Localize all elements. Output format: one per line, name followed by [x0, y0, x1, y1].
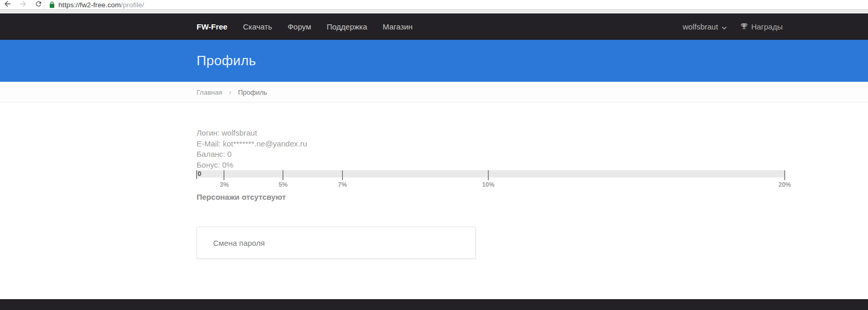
navbar-user-area: wolfsbraut Награды [683, 13, 783, 40]
tick-label: 20% [779, 181, 791, 188]
bonus-value: 0% [222, 160, 233, 169]
tick-line [342, 170, 343, 180]
nav-link-shop[interactable]: Магазин [383, 22, 413, 31]
breadcrumb-home-link[interactable]: Главная [197, 88, 222, 96]
profile-balance-line: Баланс:0 [197, 149, 307, 160]
tick-line [196, 170, 197, 179]
site-navbar: FW-Free Скачать Форум Поддержка Магазин … [0, 13, 868, 40]
tick-label: 3% [220, 181, 229, 188]
profile-bonus-line: Бонус:0% [197, 160, 307, 171]
balance-value: 0 [227, 150, 231, 158]
page-header-band: Профиль [0, 40, 868, 82]
browser-forward-button[interactable] [17, 0, 29, 9]
nav-brand-fw-free[interactable]: FW-Free [197, 22, 228, 31]
nav-link-support[interactable]: Поддержка [327, 22, 367, 31]
tick-line [223, 170, 225, 180]
email-value: kot*******.ne@yandex.ru [223, 139, 307, 148]
profile-email-line: E-Mail:kot*******.ne@yandex.ru [197, 139, 307, 150]
breadcrumb: Главная › Профиль [197, 82, 267, 102]
breadcrumb-current: Профиль [238, 88, 267, 96]
url-text: https://fw2-free.com/profile/ [58, 1, 144, 9]
chevron-down-icon [722, 22, 727, 31]
change-password-label: Смена пароля [213, 239, 265, 247]
page-footer [0, 299, 868, 310]
login-label: Логин: [197, 128, 220, 137]
browser-back-button[interactable] [1, 0, 13, 9]
email-label: E-Mail: [197, 139, 221, 148]
navbar-links: FW-Free Скачать Форум Поддержка Магазин [197, 13, 413, 40]
username-label: wolfsbraut [683, 22, 718, 31]
url-path: /profile/ [121, 1, 144, 9]
browser-toolbar: https://fw2-free.com/profile/ [0, 0, 868, 10]
back-arrow-icon [3, 0, 12, 10]
awards-link[interactable]: Награды [740, 22, 783, 32]
login-value: wolfsbraut [222, 128, 257, 137]
address-bar[interactable]: https://fw2-free.com/profile/ [44, 0, 868, 9]
browser-reload-button[interactable] [32, 0, 44, 9]
reload-icon [35, 0, 42, 10]
characters-empty-message: Персонажи отсутсвуют [197, 193, 286, 201]
user-dropdown[interactable]: wolfsbraut [683, 22, 727, 31]
change-password-panel[interactable]: Смена пароля [197, 227, 476, 259]
bonus-label: Бонус: [197, 160, 220, 169]
trophy-icon [740, 22, 748, 32]
tick-line [784, 170, 785, 180]
tick-label: 10% [482, 181, 495, 188]
profile-info-block: Логин:wolfsbraut E-Mail:kot*******.ne@ya… [197, 128, 307, 170]
breadcrumb-bar: Главная › Профиль [0, 82, 868, 102]
profile-login-line: Логин:wolfsbraut [197, 128, 307, 139]
bookmark-strip [0, 10, 868, 13]
tick-line [282, 170, 283, 180]
tick-label: 5% [278, 181, 287, 188]
tick-line [488, 170, 489, 180]
page-title: Профиль [197, 40, 256, 82]
tick-label: 7% [338, 181, 347, 188]
nav-link-download[interactable]: Скачать [243, 22, 272, 31]
bonus-progress-bar: 0 3% 5% 7% 10% 20% [197, 170, 785, 178]
awards-label: Награды [751, 22, 783, 31]
breadcrumb-separator: › [229, 88, 231, 96]
nav-link-forum[interactable]: Форум [288, 22, 311, 31]
forward-arrow-icon [19, 0, 27, 10]
https-lock-icon[interactable] [49, 1, 55, 8]
balance-label: Баланс: [197, 150, 225, 158]
bonus-current-value: 0 [198, 170, 201, 178]
url-host: https://fw2-free.com [58, 1, 121, 9]
